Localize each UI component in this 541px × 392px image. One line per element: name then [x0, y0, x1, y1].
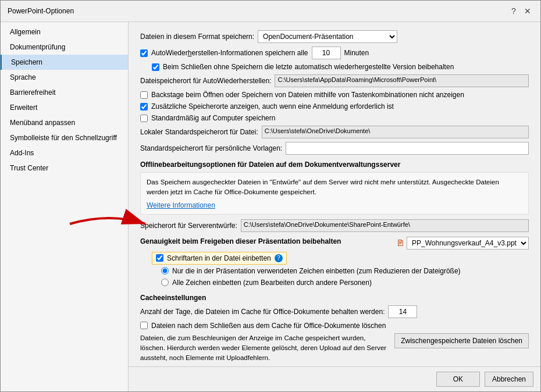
autorestore-checkbox[interactable]	[140, 49, 148, 57]
embed-checkbox-container: Schriftarten in der Datei einbetten ?	[152, 252, 287, 265]
title-bar: PowerPoint-Optionen ? ✕	[1, 1, 540, 22]
accuracy-header: Genauigkeit beim Freigeben dieser Präsen…	[140, 237, 341, 245]
cache-section: Cacheeinstellungen Anzahl der Tage, die …	[140, 294, 529, 364]
only-used-chars-label: Nur die in der Präsentation verwendeten …	[172, 267, 461, 275]
ok-button[interactable]: OK	[436, 372, 480, 387]
cache-days-label: Anzahl der Tage, die Dateien im Cache fü…	[140, 308, 385, 316]
embed-fonts-help-icon[interactable]: ?	[275, 254, 283, 262]
local-path-field: C:\Users\stefa\OneDrive\Dokumente\	[262, 126, 529, 138]
save-format-select[interactable]: OpenDocument-Präsentation	[258, 30, 397, 43]
sidebar-item-menueband[interactable]: Menüband anpassen	[1, 115, 128, 130]
embed-fonts-row: Schriftarten in der Datei einbetten ?	[140, 252, 529, 265]
cache-days-row: Anzahl der Tage, die Dateien im Cache fü…	[140, 305, 529, 318]
dialog-window: PowerPoint-Optionen ? ✕ Allgemein Dokume…	[0, 0, 541, 392]
keep-last-version-label: Beim Schließen ohne Speichern die letzte…	[163, 63, 454, 71]
all-chars-radio[interactable]	[161, 279, 169, 286]
backstage-label: Backstage beim Öffnen oder Speichern von…	[151, 91, 464, 99]
default-local-label: Standardmäßig auf Computer speichern	[151, 114, 275, 122]
sidebar-item-dokumentpruefung[interactable]: Dokumentprüfung	[1, 40, 128, 55]
accuracy-file-select[interactable]: PP_Wohnungsverkauf_A4_v3.pptx	[407, 237, 529, 250]
sidebar-item-erweitert[interactable]: Erweitert	[1, 100, 128, 115]
cache-days-input[interactable]	[388, 305, 417, 318]
clear-cache-button[interactable]: Zwischengespeicherte Dateien löschen	[394, 333, 529, 348]
main-content: Dateien in diesem Format speichern: Open…	[129, 22, 540, 391]
offline-section-header: Offlinebearbeitungsoptionen für Dateien …	[140, 161, 529, 169]
delete-cache-checkbox[interactable]	[140, 322, 148, 329]
personal-templates-field	[286, 142, 529, 155]
personal-templates-label: Standardspeicherort für persönliche Vorl…	[140, 144, 282, 152]
help-button[interactable]: ?	[508, 5, 519, 17]
additional-locations-label: Zusätzliche Speicherorte anzeigen, auch …	[151, 102, 394, 111]
dialog-footer: OK Abbrechen	[129, 366, 540, 391]
autorestore-row: AutoWiederherstellen-Informationen speic…	[140, 47, 529, 59]
dialog-body: Allgemein Dokumentprüfung Speichern Spra…	[1, 22, 540, 391]
save-format-label: Dateien in diesem Format speichern:	[140, 33, 254, 41]
sidebar-item-trustcenter[interactable]: Trust Center	[1, 161, 128, 176]
all-chars-label: Alle Zeichen einbetten (zum Bearbeiten d…	[172, 279, 372, 287]
autorestore-minutes-input[interactable]	[312, 47, 341, 59]
additional-locations-row: Zusätzliche Speicherorte anzeigen, auch …	[140, 102, 529, 111]
sidebar: Allgemein Dokumentprüfung Speichern Spra…	[1, 22, 129, 391]
only-used-chars-radio[interactable]	[161, 267, 169, 275]
cache-header: Cacheeinstellungen	[140, 294, 529, 302]
dialog-title: PowerPoint-Optionen	[8, 7, 74, 15]
sidebar-item-sprache[interactable]: Sprache	[1, 70, 128, 85]
file-selector: 🖹 PP_Wohnungsverkauf_A4_v3.pptx	[396, 237, 529, 250]
autorestore-path-row: Dateispeicherort für AutoWiederherstelle…	[140, 74, 529, 87]
delete-cache-label: Dateien nach dem Schließen aus dem Cache…	[151, 322, 386, 330]
server-drafts-row: Speicherort für Serverentwürfe: C:\Users…	[140, 219, 529, 232]
sidebar-item-allgemein[interactable]: Allgemein	[1, 24, 128, 40]
sidebar-item-addins[interactable]: Add-Ins	[1, 145, 128, 161]
keep-last-version-checkbox[interactable]	[152, 63, 159, 71]
cache-description-row: Dateien, die zum Beschleunigen der Anzei…	[140, 333, 529, 364]
backstage-checkbox[interactable]	[140, 91, 148, 99]
autorestore-path-label: Dateispeicherort für AutoWiederherstelle…	[140, 77, 271, 85]
save-format-row: Dateien in diesem Format speichern: Open…	[140, 30, 529, 43]
embed-fonts-checkbox[interactable]	[156, 254, 163, 262]
close-button[interactable]: ✕	[522, 5, 533, 17]
personal-templates-row: Standardspeicherort für persönliche Vorl…	[140, 142, 529, 155]
local-path-label: Lokaler Standardspeicherort für Datei:	[140, 128, 258, 136]
offline-more-info-link[interactable]: Weitere Informationen	[147, 201, 215, 209]
accuracy-section: Genauigkeit beim Freigeben dieser Präsen…	[140, 237, 529, 287]
local-path-row: Lokaler Standardspeicherort für Datei: C…	[140, 126, 529, 138]
keep-last-version-row: Beim Schließen ohne Speichern die letzte…	[140, 63, 529, 71]
file-icon: 🖹	[396, 238, 404, 248]
default-local-row: Standardmäßig auf Computer speichern	[140, 114, 529, 122]
all-chars-row: Alle Zeichen einbetten (zum Bearbeiten d…	[140, 279, 529, 287]
default-local-checkbox[interactable]	[140, 115, 148, 122]
title-controls: ? ✕	[508, 5, 533, 17]
autorestore-path-field: C:\Users\stefa\AppData\Roaming\Microsoft…	[275, 74, 529, 87]
only-used-chars-row: Nur die in der Präsentation verwendeten …	[140, 267, 529, 275]
cancel-button[interactable]: Abbrechen	[485, 372, 533, 387]
backstage-row: Backstage beim Öffnen oder Speichern von…	[140, 91, 529, 99]
autorestore-label: AutoWiederherstellen-Informationen speic…	[151, 49, 308, 57]
server-drafts-field: C:\Users\stefa\OneDrive\Dokumente\ShareP…	[241, 219, 529, 232]
offline-text-1: Das Speichern ausgecheckter Dateien in "…	[147, 177, 522, 198]
additional-locations-checkbox[interactable]	[140, 103, 148, 111]
server-drafts-label: Speicherort für Serverentwürfe:	[140, 222, 237, 230]
scroll-area: Dateien in diesem Format speichern: Open…	[129, 22, 540, 366]
autorestore-unit: Minuten	[344, 49, 369, 57]
embed-fonts-label: Schriftarten in der Datei einbetten	[167, 254, 271, 262]
sidebar-item-speichern[interactable]: Speichern	[1, 55, 128, 70]
accuracy-header-row: Genauigkeit beim Freigeben dieser Präsen…	[140, 237, 529, 250]
cache-description: Dateien, die zum Beschleunigen der Anzei…	[140, 333, 389, 364]
delete-cache-row: Dateien nach dem Schließen aus dem Cache…	[140, 322, 529, 330]
sidebar-item-barrierefreiheit[interactable]: Barrierefreiheit	[1, 85, 128, 100]
sidebar-item-schnellzugriff[interactable]: Symbolleiste für den Schnellzugriff	[1, 130, 128, 145]
offline-section: Das Speichern ausgecheckter Dateien in "…	[140, 172, 529, 215]
